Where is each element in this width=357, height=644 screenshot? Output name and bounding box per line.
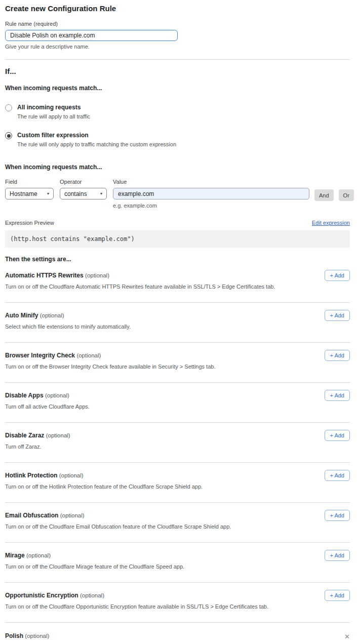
operator-column: Operator contains ▾ [60, 179, 107, 199]
condition-builder-row: Field Hostname ▾ Operator contains ▾ Val… [5, 179, 350, 209]
setting-title: Hotlink Protection (optional) [5, 472, 350, 479]
optional-suffix: (optional) [60, 512, 85, 518]
setting-hotlink-protection: Hotlink Protection (optional) Turn on or… [5, 463, 350, 503]
setting-description: Turn on or off the Cloudflare Automatic … [5, 284, 309, 290]
setting-title: Polish (optional) [5, 632, 49, 639]
andor-buttons: And Or [314, 189, 354, 201]
chevron-down-icon: ▾ [100, 191, 102, 196]
optional-suffix: (optional) [46, 432, 70, 438]
optional-suffix: (optional) [26, 552, 51, 558]
operator-select[interactable]: contains ▾ [60, 188, 107, 199]
expression-preview-label: Expression Preview [5, 220, 54, 226]
setting-mirage: Mirage (optional) Turn on or off the Clo… [5, 543, 350, 583]
edit-expression-link[interactable]: Edit expression [312, 220, 350, 226]
value-input[interactable] [113, 188, 309, 199]
setting-auto-minify: Auto Minify (optional) Select which file… [5, 303, 350, 343]
page-title: Create new Configuration Rule [5, 4, 350, 13]
setting-email-obfuscation: Email Obfuscation (optional) Turn on or … [5, 503, 350, 543]
setting-description: Turn on or off the Cloudflare Email Obfu… [5, 524, 309, 530]
operator-select-value: contains [64, 190, 87, 197]
expression-preview-code: (http.host contains "example.com") [5, 230, 350, 248]
add-button[interactable]: + Add [325, 590, 350, 601]
setting-polish-expanded: Polish (optional) ✕ Change the settings … [5, 623, 350, 644]
condition-match-label: When incoming requests match... [5, 164, 350, 171]
create-configuration-rule-page: Create new Configuration Rule Rule name … [0, 0, 357, 644]
add-button[interactable]: + Add [325, 270, 350, 281]
setting-description: Turn on or off the Browser Integrity Che… [5, 364, 309, 370]
setting-title: Browser Integrity Check (optional) [5, 352, 350, 359]
radio-all-incoming-description: The rule will apply to all traffic [17, 113, 90, 119]
field-label: Field [5, 179, 54, 185]
section-divider [5, 59, 350, 60]
setting-title: Email Obfuscation (optional) [5, 512, 350, 519]
then-settings-heading: Then the settings are... [5, 256, 350, 263]
add-button[interactable]: + Add [325, 350, 350, 361]
add-button[interactable]: + Add [325, 510, 350, 521]
setting-description: Turn on or off the Cloudflare Mirage fea… [5, 564, 309, 570]
if-heading: If... [5, 67, 350, 75]
add-button[interactable]: + Add [325, 430, 350, 441]
rule-name-label: Rule name (required) [5, 21, 350, 27]
value-label: Value [113, 179, 309, 185]
optional-suffix: (optional) [76, 352, 101, 358]
radio-custom-filter-description: The rule will only apply to traffic matc… [17, 141, 176, 147]
setting-disable-apps: Disable Apps (optional) Turn off all act… [5, 383, 350, 423]
setting-title: Mirage (optional) [5, 552, 350, 559]
incoming-requests-match-label: When incoming requests match... [5, 85, 350, 92]
value-hint: e.g. example.com [113, 203, 309, 209]
radio-unselected-icon[interactable] [5, 104, 12, 111]
setting-description: Turn off all active Cloudflare Apps. [5, 404, 309, 410]
field-column: Field Hostname ▾ [5, 179, 54, 199]
setting-description: Turn on or off the Cloudflare Opportunis… [5, 603, 309, 610]
setting-automatic-https-rewrites: Automatic HTTPS Rewrites (optional) Turn… [5, 263, 350, 303]
radio-all-incoming-requests[interactable]: All incoming requests The rule will appl… [5, 104, 350, 119]
add-button[interactable]: + Add [325, 310, 350, 321]
optional-suffix: (optional) [45, 392, 69, 398]
close-icon[interactable]: ✕ [344, 633, 350, 640]
optional-suffix: (optional) [85, 272, 109, 278]
field-select[interactable]: Hostname ▾ [5, 188, 54, 199]
radio-custom-filter-label: Custom filter expression [17, 132, 176, 139]
optional-suffix: (optional) [80, 592, 104, 598]
chevron-down-icon: ▾ [47, 191, 49, 196]
rule-name-input[interactable] [5, 30, 178, 41]
radio-all-incoming-label: All incoming requests [17, 104, 90, 111]
setting-title: Disable Zaraz (optional) [5, 432, 350, 439]
optional-suffix: (optional) [40, 312, 64, 318]
setting-description: Turn off Zaraz. [5, 444, 309, 450]
setting-title: Auto Minify (optional) [5, 312, 350, 319]
add-button[interactable]: + Add [325, 550, 350, 561]
setting-disable-zaraz: Disable Zaraz (optional) Turn off Zaraz.… [5, 423, 350, 463]
setting-opportunistic-encryption: Opportunistic Encryption (optional) Turn… [5, 583, 350, 623]
value-column: Value e.g. example.com [113, 179, 309, 209]
optional-suffix: (optional) [59, 472, 84, 478]
optional-suffix: (optional) [25, 633, 49, 639]
radio-custom-filter-expression[interactable]: Custom filter expression The rule will o… [5, 132, 350, 147]
setting-browser-integrity-check: Browser Integrity Check (optional) Turn … [5, 343, 350, 383]
polish-header: Polish (optional) ✕ [5, 632, 350, 640]
setting-title: Automatic HTTPS Rewrites (optional) [5, 272, 350, 279]
add-button[interactable]: + Add [325, 390, 350, 401]
add-button[interactable]: + Add [325, 470, 350, 481]
operator-label: Operator [60, 179, 107, 185]
or-button[interactable]: Or [339, 189, 354, 201]
setting-description: Turn on or off the Hotlink Protection fe… [5, 484, 309, 490]
setting-title: Opportunistic Encryption (optional) [5, 592, 350, 599]
setting-description: Select which file extensions to minify a… [5, 324, 309, 330]
radio-selected-icon[interactable] [5, 132, 12, 139]
setting-title: Disable Apps (optional) [5, 392, 350, 399]
and-button[interactable]: And [314, 189, 334, 201]
field-select-value: Hostname [10, 190, 37, 197]
rule-name-helper: Give your rule a descriptive name. [5, 44, 350, 50]
expression-preview-header: Expression Preview Edit expression [5, 220, 350, 226]
